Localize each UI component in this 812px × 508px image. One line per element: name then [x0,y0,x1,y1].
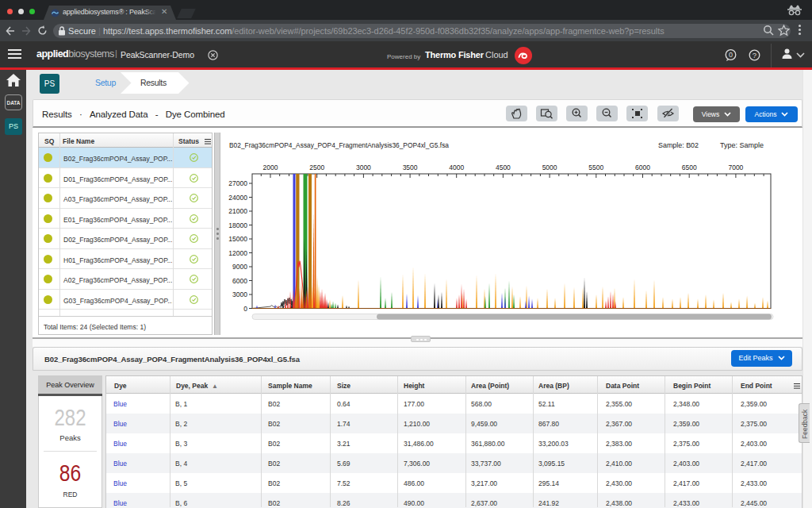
svg-text:18000: 18000 [228,221,247,229]
svg-text:6500: 6500 [682,164,697,171]
svg-text:3000: 3000 [356,164,371,171]
svg-text:2500: 2500 [309,164,324,171]
svg-text:5000: 5000 [542,164,557,171]
svg-text:5500: 5500 [588,164,603,171]
svg-text:3000: 3000 [232,291,247,298]
svg-text:21000: 21000 [228,207,247,215]
svg-text:12000: 12000 [228,249,247,257]
svg-text:3500: 3500 [403,164,418,171]
svg-text:Sample: B02: Sample: B02 [658,141,699,149]
svg-text:4000: 4000 [449,164,464,171]
svg-text:B02_Frag36cmPOP4_Assay_POP4_Fr: B02_Frag36cmPOP4_Assay_POP4_FragmentAnal… [229,141,449,149]
svg-text:4500: 4500 [496,164,511,171]
svg-text:Type: Sample: Type: Sample [720,141,764,149]
svg-text:15000: 15000 [228,235,247,243]
svg-text:2000: 2000 [263,164,278,171]
svg-text:6000: 6000 [635,164,650,171]
svg-text:7000: 7000 [728,164,743,171]
svg-text:24000: 24000 [228,194,247,202]
svg-text:0: 0 [243,305,247,313]
svg-text:9000: 9000 [232,263,247,271]
svg-text:27000: 27000 [228,179,247,187]
svg-text:6000: 6000 [232,277,247,285]
